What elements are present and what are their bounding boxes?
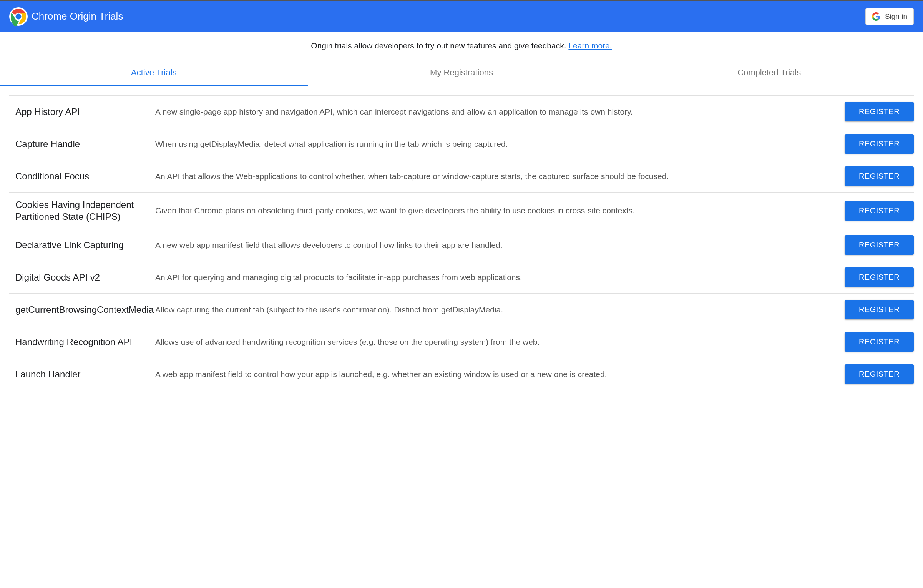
trials-list: App History APIA new single-page app his… [0, 86, 923, 390]
trial-description: A new web app manifest field that allows… [155, 241, 837, 250]
trial-name: Declarative Link Capturing [9, 239, 148, 251]
tabs: Active TrialsMy RegistrationsCompleted T… [0, 60, 923, 86]
register-button[interactable]: REGISTER [845, 267, 914, 287]
trial-name: Handwriting Recognition API [9, 336, 148, 348]
svg-point-2 [16, 13, 22, 19]
trial-row: Capture HandleWhen using getDisplayMedia… [9, 128, 914, 160]
page-title: Chrome Origin Trials [32, 10, 123, 22]
trial-name: Capture Handle [9, 138, 148, 150]
trial-row: Launch HandlerA web app manifest field t… [9, 358, 914, 390]
trial-description: A new single-page app history and naviga… [155, 107, 837, 116]
signin-label: Sign in [885, 12, 907, 21]
trial-row: getCurrentBrowsingContextMediaAllow capt… [9, 293, 914, 326]
trial-description: A web app manifest field to control how … [155, 370, 837, 379]
trial-description: An API that allows the Web-applications … [155, 172, 837, 181]
register-button[interactable]: REGISTER [845, 364, 914, 384]
trial-name: Cookies Having Independent Partitioned S… [9, 199, 148, 223]
chrome-logo-icon [9, 7, 28, 26]
google-g-icon [872, 12, 880, 21]
register-button[interactable]: REGISTER [845, 300, 914, 319]
register-button[interactable]: REGISTER [845, 332, 914, 352]
register-button[interactable]: REGISTER [845, 235, 914, 255]
trial-name: Conditional Focus [9, 170, 148, 182]
learn-more-link[interactable]: Learn more. [568, 41, 612, 50]
intro-bar: Origin trials allow developers to try ou… [0, 32, 923, 60]
trial-description: Allows use of advanced handwriting recog… [155, 337, 837, 347]
trial-row: Handwriting Recognition APIAllows use of… [9, 326, 914, 358]
trial-name: Digital Goods API v2 [9, 271, 148, 283]
register-button[interactable]: REGISTER [845, 201, 914, 221]
trial-row: App History APIA new single-page app his… [9, 95, 914, 128]
register-button[interactable]: REGISTER [845, 166, 914, 186]
trial-row: Declarative Link CapturingA new web app … [9, 229, 914, 261]
tab-my-registrations[interactable]: My Registrations [308, 60, 616, 86]
register-button[interactable]: REGISTER [845, 134, 914, 154]
trial-row: Cookies Having Independent Partitioned S… [9, 192, 914, 229]
trial-name: App History API [9, 106, 148, 118]
header-left: Chrome Origin Trials [9, 7, 123, 26]
trial-name: Launch Handler [9, 368, 148, 380]
trial-description: An API for querying and managing digital… [155, 273, 837, 282]
trial-row: Conditional FocusAn API that allows the … [9, 160, 914, 193]
tab-active-trials[interactable]: Active Trials [0, 60, 308, 86]
trial-row: Digital Goods API v2An API for querying … [9, 261, 914, 294]
signin-button[interactable]: Sign in [865, 8, 914, 25]
trial-description: When using getDisplayMedia, detect what … [155, 140, 837, 149]
tab-completed-trials[interactable]: Completed Trials [615, 60, 923, 86]
app-header: Chrome Origin Trials Sign in [0, 0, 923, 32]
trial-description: Allow capturing the current tab (subject… [155, 305, 837, 314]
trial-description: Given that Chrome plans on obsoleting th… [155, 206, 837, 215]
intro-text: Origin trials allow developers to try ou… [311, 41, 568, 50]
register-button[interactable]: REGISTER [845, 102, 914, 121]
trial-name: getCurrentBrowsingContextMedia [9, 304, 148, 316]
